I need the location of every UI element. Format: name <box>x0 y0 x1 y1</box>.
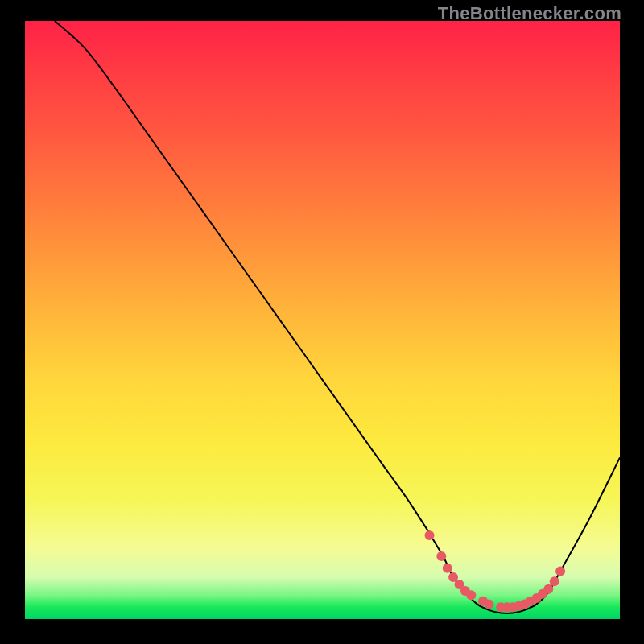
data-marker <box>550 576 559 586</box>
data-marker <box>555 567 565 576</box>
data-marker <box>543 584 553 594</box>
data-marker <box>484 599 493 609</box>
data-marker <box>436 551 446 561</box>
bottleneck-curve <box>55 21 620 613</box>
chart-svg <box>0 0 644 644</box>
data-marker <box>425 530 435 540</box>
data-marker <box>466 590 476 600</box>
chart-frame: TheBottlenecker.com <box>0 0 644 644</box>
data-marker <box>443 564 452 573</box>
